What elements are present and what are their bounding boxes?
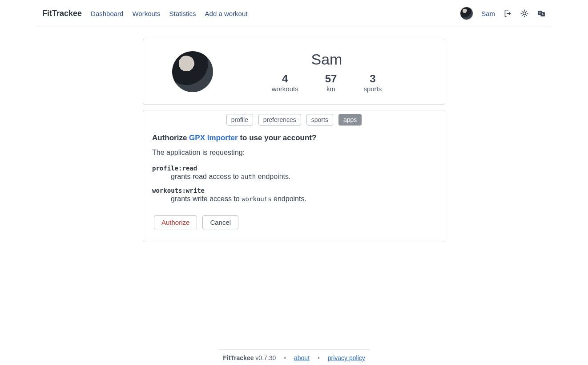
user-avatar-small[interactable] xyxy=(460,7,473,20)
stat-sports-value: 3 xyxy=(363,73,382,85)
user-avatar-large xyxy=(172,51,213,92)
svg-line-6 xyxy=(526,15,527,16)
tab-sports[interactable]: sports xyxy=(306,114,333,126)
nav-add-workout[interactable]: Add a workout xyxy=(205,10,248,17)
authorize-requesting-text: The application is requesting: xyxy=(152,149,436,157)
nav-workouts[interactable]: Workouts xyxy=(132,10,160,17)
stat-sports: 3 sports xyxy=(363,73,382,93)
authorize-button[interactable]: Authorize xyxy=(154,215,197,229)
authorize-card: profile preferences sports apps Authoriz… xyxy=(143,110,445,242)
svg-line-7 xyxy=(522,15,523,16)
authorize-suffix: to use your account? xyxy=(238,134,317,142)
cancel-button[interactable]: Cancel xyxy=(202,215,238,229)
footer-privacy-link[interactable]: privacy policy xyxy=(328,354,365,361)
profile-tabs: profile preferences sports apps xyxy=(152,114,436,126)
tab-preferences[interactable]: preferences xyxy=(258,114,301,126)
stat-workouts: 4 workouts xyxy=(272,73,298,93)
scope-2-name: workouts:write xyxy=(152,187,436,194)
stat-km: 57 km xyxy=(325,73,337,93)
nav-dashboard[interactable]: Dashboard xyxy=(91,10,123,17)
theme-toggle-icon[interactable] xyxy=(520,9,529,18)
svg-line-8 xyxy=(526,11,527,12)
authorize-app-link[interactable]: GPX Importer xyxy=(189,134,238,142)
main-nav: Dashboard Workouts Statistics Add a work… xyxy=(91,10,247,17)
profile-summary-card: Sam 4 workouts 57 km 3 sports xyxy=(143,39,445,105)
svg-point-0 xyxy=(523,12,526,15)
footer: FitTrackee v0.7.30 • about • privacy pol… xyxy=(0,349,588,361)
brand[interactable]: FitTrackee xyxy=(42,9,82,18)
language-icon[interactable]: 文A xyxy=(537,9,546,18)
authorize-prefix: Authorize xyxy=(152,134,189,142)
stat-sports-label: sports xyxy=(363,85,382,93)
header-divider xyxy=(36,27,552,27)
tab-profile[interactable]: profile xyxy=(226,114,253,126)
scope-2-desc: grants write access to workouts endpoint… xyxy=(171,195,436,203)
stat-workouts-value: 4 xyxy=(272,73,298,85)
stat-workouts-label: workouts xyxy=(272,85,298,93)
app-header: FitTrackee Dashboard Workouts Statistics… xyxy=(0,0,588,27)
tab-apps[interactable]: apps xyxy=(338,114,362,126)
authorize-heading: Authorize GPX Importer to use your accou… xyxy=(152,134,436,142)
scope-list: profile:read grants read access to auth … xyxy=(152,165,436,203)
footer-brand: FitTrackee xyxy=(223,354,254,361)
scope-1-name: profile:read xyxy=(152,165,436,172)
scope-1-desc: grants read access to auth endpoints. xyxy=(171,173,436,181)
logout-icon[interactable] xyxy=(503,9,512,18)
svg-text:文: 文 xyxy=(539,11,541,14)
user-name-link[interactable]: Sam xyxy=(481,10,495,17)
stat-km-label: km xyxy=(325,85,337,93)
footer-about-link[interactable]: about xyxy=(294,354,310,361)
stat-km-value: 57 xyxy=(325,73,337,85)
footer-version: v0.7.30 xyxy=(254,354,276,361)
svg-line-5 xyxy=(522,11,523,12)
profile-display-name: Sam xyxy=(222,51,431,68)
nav-statistics[interactable]: Statistics xyxy=(169,10,196,17)
